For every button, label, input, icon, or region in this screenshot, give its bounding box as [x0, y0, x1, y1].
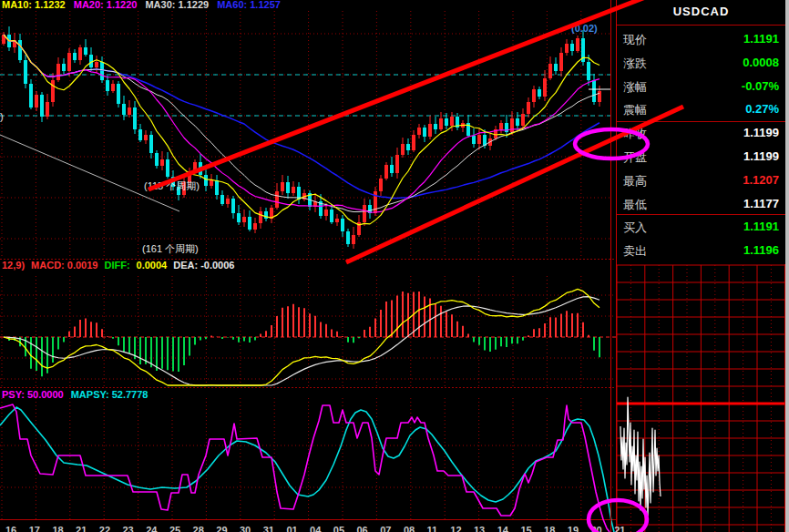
date-tick-label: 01	[286, 525, 297, 532]
quote-row-label: 最高	[623, 173, 647, 189]
quote-row: 震幅0.27%	[617, 97, 785, 121]
quote-row-label: 昨收	[623, 126, 647, 142]
quote-row-label: 现价	[623, 32, 647, 48]
ma-label: MA20: 1.1220	[74, 0, 138, 10]
ma-label: MA30: 1.1229	[145, 0, 209, 10]
quote-row-label: 买入	[623, 220, 647, 236]
date-tick-label: 04	[310, 525, 321, 532]
tick-chart-line	[620, 397, 661, 516]
window-edge	[785, 0, 789, 532]
quote-row: 最低1.1177	[617, 192, 785, 216]
date-tick-label: 22	[99, 525, 110, 532]
quote-row-label: 震幅	[623, 102, 647, 118]
date-tick-label: 17	[29, 525, 40, 532]
macd-value-label: DIFF:	[104, 260, 129, 271]
date-tick-label: 07	[380, 525, 391, 532]
date-tick-label: 21	[76, 525, 87, 532]
symbol-title: USDCAD	[617, 5, 785, 18]
macd-value-label: 12,9)	[2, 260, 25, 271]
ma-label: MA60: 1.1257	[217, 0, 281, 10]
psy-indicator-header: PSY: 50.0000MAPSY: 52.7778	[2, 390, 155, 400]
psy-value-label: MAPSY: 52.7778	[71, 389, 149, 400]
quote-row-value: 1.1196	[743, 243, 779, 257]
quote-row-value: 0.27%	[745, 102, 779, 116]
quote-row-value: 1.1207	[743, 173, 779, 187]
quote-row-value: 1.1191	[743, 220, 779, 233]
date-tick-label: 16	[5, 525, 16, 532]
quote-row-value: 1.1199	[743, 126, 779, 139]
quote-divider	[617, 214, 785, 215]
ma-label: MA10: 1.1232	[2, 0, 66, 10]
macd-value-label: DEA: -0.0006	[173, 260, 234, 271]
quote-row: 涨跌0.0008	[617, 51, 785, 75]
date-tick-label: 21	[614, 525, 625, 532]
psy-panel	[0, 404, 614, 532]
macd-value-label: 0.0004	[137, 260, 168, 271]
date-tick-label: 29	[216, 525, 227, 532]
quote-row-value: -0.07%	[742, 79, 779, 93]
quote-row-value: 1.1191	[743, 32, 779, 46]
macd-indicator-header: 12,9)MACD: 0.0019DIFF:0.0004DEA: -0.0006	[2, 261, 241, 271]
ma-indicator-header: MA10: 1.1232MA20: 1.1220MA30: 1.1229MA60…	[2, 0, 289, 10]
date-tick-label: 05	[333, 525, 344, 532]
quote-row: 买入1.1191	[617, 215, 785, 239]
quote-row: 最高1.1207	[617, 169, 785, 192]
quote-row: 现价1.1191	[617, 27, 785, 51]
date-tick-label: 11	[427, 525, 438, 532]
quote-panel: USDCAD 现价1.1191涨跌0.0008涨幅-0.07%震幅0.27%昨收…	[617, 0, 785, 264]
quote-row: 昨收1.1199	[617, 121, 785, 145]
quote-row-label: 开盘	[623, 149, 647, 166]
date-tick-label: 06	[357, 525, 368, 532]
ma-lines	[4, 35, 610, 225]
clipped-left-label: )	[0, 112, 4, 122]
peak-value-label: (0.02)	[571, 24, 598, 34]
date-tick-label: 28	[193, 525, 204, 532]
quote-row: 开盘1.1199	[617, 145, 785, 169]
date-tick-label: 14	[497, 525, 508, 532]
quote-row-label: 涨跌	[623, 56, 647, 72]
quote-row: 涨幅-0.07%	[617, 75, 785, 98]
date-tick-label: 15	[520, 525, 531, 532]
quote-row-value: 1.1177	[743, 197, 779, 210]
quote-divider	[617, 25, 785, 26]
date-tick-label: 08	[404, 525, 415, 532]
quote-row-label: 涨幅	[623, 79, 647, 96]
period-count-label-2: (161 个周期)	[142, 244, 199, 254]
psy-value-label: PSY: 50.0000	[2, 389, 64, 400]
date-tick-label: 13	[474, 525, 485, 532]
date-tick-label: 19	[568, 525, 579, 532]
quote-row-value: 1.1199	[743, 149, 779, 163]
quote-divider	[617, 121, 785, 122]
date-tick-label: 12	[450, 525, 461, 532]
date-tick-label: 18	[52, 525, 63, 532]
quote-row-label: 最低	[623, 197, 647, 213]
period-count-label-1: (115 个周期)	[144, 181, 200, 191]
date-tick-label: 31	[263, 525, 274, 532]
quote-row: 卖出1.1196	[617, 239, 785, 262]
date-tick-label: 25	[169, 525, 180, 532]
date-tick-label: 30	[240, 525, 251, 532]
macd-panel	[0, 289, 616, 385]
date-tick-label: 23	[123, 525, 134, 532]
candlestick-series	[2, 26, 601, 249]
date-tick-label: 20	[591, 525, 602, 532]
quote-row-label: 卖出	[623, 243, 647, 260]
date-tick-label: 18	[544, 525, 555, 532]
trading-terminal: MA10: 1.1232MA20: 1.1220MA30: 1.1229MA60…	[0, 0, 789, 532]
date-tick-label: 24	[146, 525, 157, 532]
macd-value-label: MACD: 0.0019	[31, 260, 97, 271]
quote-row-value: 0.0008	[743, 56, 779, 69]
